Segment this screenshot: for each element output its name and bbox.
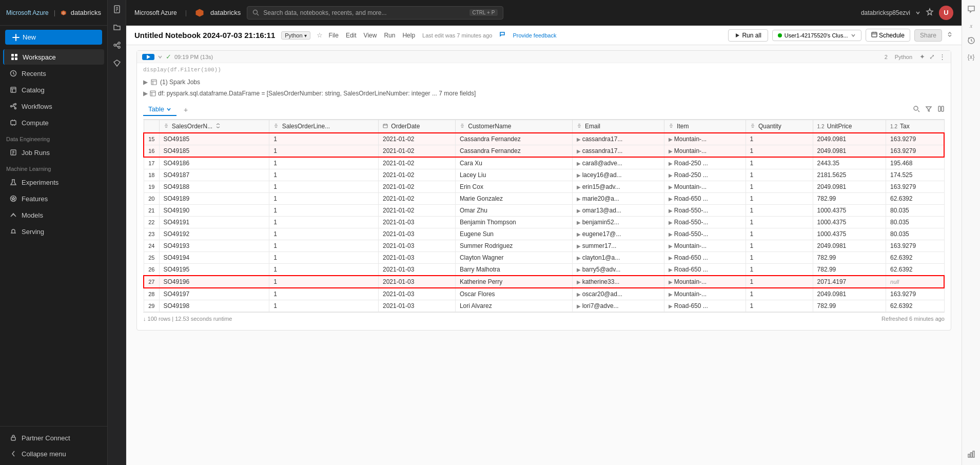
diamond-icon[interactable]	[113, 59, 121, 69]
table-row[interactable]: 22SO4919112021-01-03Benjamin Thompson▶be…	[144, 217, 944, 228]
sidebar-item-job-runs[interactable]: Job Runs	[3, 145, 104, 160]
add-tab-button[interactable]: +	[180, 104, 192, 116]
share-small-icon[interactable]	[113, 41, 121, 51]
feedback-link[interactable]: Provide feedback	[513, 32, 556, 38]
sidebar-item-compute[interactable]: Compute	[3, 115, 104, 130]
table-row[interactable]: 27SO4919612021-01-03Katherine Perry▶kath…	[144, 276, 944, 288]
table-row[interactable]: 24SO4919312021-01-03Summer Rodriguez▶sum…	[144, 240, 944, 252]
col-customer-name[interactable]: CustomerName	[455, 120, 572, 133]
star-notebook-icon[interactable]: ☆	[317, 31, 323, 39]
table-row[interactable]: 25SO4919412021-01-03Clayton Wagner▶clayt…	[144, 252, 944, 264]
run-all-button[interactable]: Run all	[728, 29, 768, 42]
col-quantity[interactable]: Quantity	[746, 120, 813, 133]
df-arrow-icon[interactable]: ▶	[143, 90, 148, 97]
cell-sales-order-line: 1	[269, 264, 379, 276]
table-row[interactable]: 17SO4918612021-01-02Cara Xu▶cara8@adve..…	[144, 157, 944, 169]
menu-edit[interactable]: Edit	[346, 32, 357, 39]
table-row[interactable]: 16SO4918512021-01-02Cassandra Fernandez▶…	[144, 145, 944, 158]
col-tax[interactable]: 1.2 Tax	[886, 120, 944, 133]
col-sales-order-line[interactable]: SalesOrderLine...	[269, 120, 379, 133]
layout-icon[interactable]	[937, 105, 945, 114]
col-order-date[interactable]: OrderDate	[378, 120, 455, 133]
col-sales-order-num[interactable]: SalesOrderN...	[159, 120, 269, 133]
variable-icon[interactable]: 𝑥	[970, 22, 972, 29]
cell-customer-name: Clayton Wagner	[455, 252, 572, 264]
folder-icon[interactable]	[113, 23, 121, 33]
sidebar-item-workflows[interactable]: Workflows	[3, 99, 104, 114]
table-row[interactable]: 15SO4918512021-01-02Cassandra Fernandez▶…	[144, 133, 944, 145]
table-row[interactable]: 29SO4919812021-01-03Lori Alvarez▶lori7@a…	[144, 300, 944, 312]
table-row[interactable]: 19SO4918812021-01-02Erin Cox▶erin15@adv.…	[144, 181, 944, 193]
cell-order-date: 2021-01-03	[378, 276, 455, 288]
svg-rect-33	[968, 454, 970, 457]
svg-marker-23	[736, 33, 739, 37]
sparkle-icon[interactable]: ✦	[919, 53, 925, 61]
topbar-right: databricksp85ezvi U	[861, 6, 953, 20]
lock-icon	[9, 434, 17, 442]
cell-order-date: 2021-01-02	[378, 169, 455, 181]
cell-unit-price: 782.99	[813, 264, 886, 276]
share-button[interactable]: Share	[914, 29, 942, 42]
spark-jobs-label: (1) Spark Jobs	[160, 79, 200, 86]
search-table-icon[interactable]	[913, 105, 920, 114]
table-row[interactable]: 18SO4918712021-01-02Lacey Liu▶lacey16@ad…	[144, 169, 944, 181]
cell-quantity: 1	[746, 264, 813, 276]
cell-quantity: 1	[746, 193, 813, 205]
expand-chevron-icon[interactable]	[946, 31, 953, 40]
machine-learning-section: Machine Learning	[0, 161, 107, 174]
expand-cell-icon[interactable]: ⤢	[929, 53, 935, 61]
table-row[interactable]: 26SO4919512021-01-03Barry Malhotra▶barry…	[144, 264, 944, 276]
sidebar-item-features[interactable]: Features	[3, 191, 104, 206]
menu-file[interactable]: File	[329, 32, 339, 39]
cell-sales-order-num: SO49194	[159, 252, 269, 264]
sidebar-item-workspace[interactable]: Workspace	[3, 49, 104, 65]
table-row[interactable]: 23SO4919212021-01-03Eugene Sun▶eugene17@…	[144, 228, 944, 240]
cell-email: ▶summer17...	[572, 240, 664, 252]
svg-marker-22	[927, 9, 933, 15]
search-bar[interactable]: Search data, notebooks, recents, and mor…	[247, 6, 503, 20]
col-item[interactable]: Item	[664, 120, 746, 133]
col-email[interactable]: Email	[572, 120, 664, 133]
more-icon[interactable]: ⋮	[939, 53, 946, 61]
filter-icon[interactable]	[925, 105, 932, 114]
spark-arrow-icon[interactable]: ▶	[143, 79, 148, 86]
sidebar-item-experiments[interactable]: Experiments	[3, 175, 104, 190]
language-badge[interactable]: Python ▾	[281, 31, 310, 40]
sidebar-item-models[interactable]: Models	[3, 207, 104, 223]
sidebar-item-collapse-menu[interactable]: Collapse menu	[3, 446, 104, 461]
menu-view[interactable]: View	[364, 32, 377, 39]
dropdown-arrow-icon[interactable]	[158, 54, 163, 60]
cell-customer-name: Lacey Liu	[455, 169, 572, 181]
sidebar-item-partner-connect[interactable]: Partner Connect	[3, 430, 104, 445]
star-topbar-icon[interactable]	[926, 8, 934, 17]
menu-run[interactable]: Run	[384, 32, 395, 39]
table-row[interactable]: 21SO4919012021-01-02Omar Zhu▶omar13@ad..…	[144, 205, 944, 217]
col-unit-price[interactable]: 1.2 UnitPrice	[813, 120, 886, 133]
cluster-button[interactable]: User1-42175520's Clus...	[772, 30, 861, 41]
new-button[interactable]: New	[5, 30, 102, 45]
sort-order-icon[interactable]	[215, 123, 221, 128]
sidebar-item-recents[interactable]: Recents	[3, 66, 104, 81]
cell-quantity: 1	[746, 181, 813, 193]
azure-logo: Microsoft Azure	[6, 9, 49, 16]
file-icon[interactable]	[113, 5, 121, 15]
cluster-chevron-icon	[851, 33, 856, 38]
sidebar-item-serving[interactable]: Serving	[3, 224, 104, 239]
menu-help[interactable]: Help	[402, 32, 415, 39]
cell-email: ▶katherine33...	[572, 276, 664, 288]
table-tab[interactable]: Table	[143, 103, 177, 116]
svg-rect-3	[15, 54, 17, 56]
table-row[interactable]: 28SO4919712021-01-03Oscar Flores▶oscar20…	[144, 288, 944, 300]
chart-icon[interactable]	[967, 450, 975, 460]
cell-customer-name: Erin Cox	[455, 181, 572, 193]
svg-marker-19	[114, 60, 120, 66]
schedule-button[interactable]: Schedule	[866, 29, 910, 42]
context-icon[interactable]: {x}	[967, 53, 974, 61]
table-footer-right: Refreshed 6 minutes ago	[881, 316, 945, 322]
run-cell-button[interactable]	[142, 54, 154, 60]
sidebar-item-catalog[interactable]: Catalog	[3, 82, 104, 98]
comment-icon[interactable]	[967, 5, 975, 15]
table-row[interactable]: 20SO4918912021-01-02Marie Gonzalez▶marie…	[144, 193, 944, 205]
cell-tax: 195.468	[886, 157, 944, 169]
history-icon[interactable]	[967, 36, 975, 46]
